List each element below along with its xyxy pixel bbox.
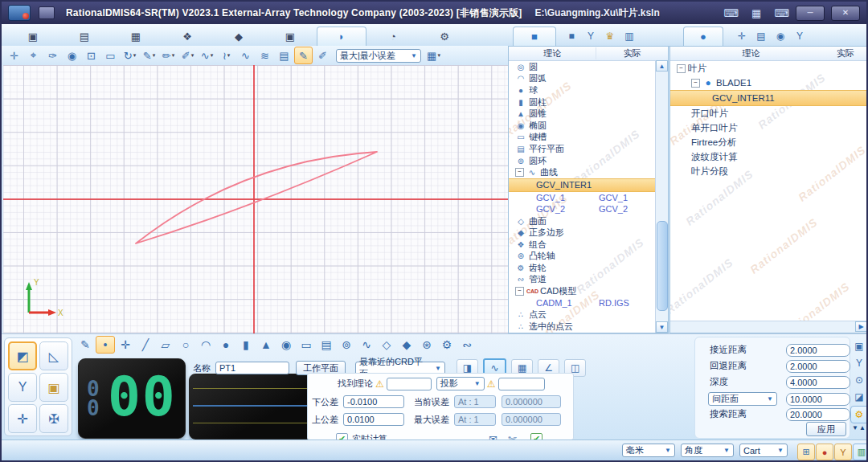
stats-icon[interactable]: ▥ xyxy=(853,444,868,460)
pipe-feature-icon[interactable]: ∾ xyxy=(457,336,477,354)
point-feature-icon[interactable]: • xyxy=(96,336,115,354)
depth-input[interactable] xyxy=(786,376,850,389)
tree-item-polygon[interactable]: ◆正多边形 xyxy=(509,227,668,239)
name-input[interactable] xyxy=(215,362,289,374)
found-theory-input[interactable] xyxy=(387,378,432,390)
tree-item-gcv-inter11[interactable]: GCV_INTER11 xyxy=(670,90,867,106)
machine-joystick-icon[interactable]: ⌨ xyxy=(774,7,789,19)
tree-item-combine[interactable]: ❖组合 xyxy=(509,239,668,251)
slot-feature-icon[interactable]: ▭ xyxy=(297,336,316,354)
cone-feature-icon[interactable]: ▲ xyxy=(256,336,276,354)
probe-button[interactable]: Y xyxy=(8,373,37,402)
tree-item-gcv-2[interactable]: GCV_2GCV_2 xyxy=(509,203,668,215)
compile-icon[interactable]: ▦▾ xyxy=(424,47,443,64)
search-tool-icon[interactable]: ⊙ xyxy=(851,372,868,388)
projection-select[interactable]: 投影▼ xyxy=(436,377,485,390)
tab-blade-panel-icon[interactable]: ● xyxy=(683,27,723,47)
vector-surface-icon[interactable]: ✐▾ xyxy=(178,47,197,64)
cylinder-feature-icon[interactable]: ▮ xyxy=(236,336,256,354)
camera-icon[interactable]: ◉ xyxy=(773,31,788,42)
error-mode-select[interactable]: 最大|最小误差▼ xyxy=(336,49,421,63)
tree-item-selected-point-cloud[interactable]: ∴选中的点云 xyxy=(509,321,668,333)
tree-item-cylinder[interactable]: ▮圆柱 xyxy=(509,96,668,108)
strip-scroll-arrows[interactable]: ▼▲ xyxy=(852,424,866,431)
tab-measure-icon[interactable]: ◗ xyxy=(317,27,366,47)
plane-feature-icon[interactable]: ▱ xyxy=(156,336,175,354)
teach-measure-icon[interactable]: ✎ xyxy=(76,336,95,354)
scan-patch-icon[interactable]: ≋ xyxy=(256,47,274,64)
teach-pen-icon[interactable]: ✎ xyxy=(294,47,313,64)
scan-curve-icon[interactable]: ∿ xyxy=(236,47,255,64)
curve-feature-icon[interactable]: ∿ xyxy=(357,336,376,354)
hand-pan-icon[interactable]: ✑ xyxy=(43,47,62,64)
tree-item-blade-root[interactable]: −叶片 xyxy=(670,61,867,76)
view-eye-icon[interactable]: ◉ xyxy=(63,47,81,64)
tree-item-blade-segment[interactable]: 叶片分段 xyxy=(670,164,867,178)
probe-config-icon[interactable]: Y xyxy=(792,31,807,42)
retract-distance-input[interactable] xyxy=(786,360,850,373)
tree-item-parallel-planes[interactable]: ▤平行平面 xyxy=(509,143,668,155)
vector-point-icon[interactable]: ✎▾ xyxy=(140,47,158,64)
tree-item-arc[interactable]: ◠圆弧 xyxy=(509,73,668,85)
search-distance-input[interactable] xyxy=(786,408,850,421)
scrollbar-thumb[interactable] xyxy=(657,221,668,311)
torus-feature-icon[interactable]: ⊚ xyxy=(337,336,356,354)
arc-feature-icon[interactable]: ◠ xyxy=(196,336,215,354)
zoom-window-icon[interactable]: ⌖ xyxy=(24,47,43,64)
machine-tools-button[interactable]: ✠ xyxy=(39,404,68,433)
tree-item-firtree-analysis[interactable]: Firtree分析 xyxy=(670,135,867,149)
tab-evaluate-icon[interactable]: ◔ xyxy=(368,27,418,47)
pen-alt-icon[interactable]: ✐ xyxy=(313,47,332,64)
unit-select[interactable]: 毫米▼ xyxy=(622,444,675,457)
surface-feature-icon[interactable]: ◇ xyxy=(377,336,396,354)
tree-item-blade1[interactable]: −●BLADE1 xyxy=(670,76,867,90)
tab-print-icon[interactable]: ▣ xyxy=(265,27,315,47)
lisa-box-button[interactable]: ▣ xyxy=(39,373,68,402)
close-button[interactable]: ✕ xyxy=(831,6,860,21)
measure-cube-button[interactable]: ◩ xyxy=(8,341,37,370)
tree-item-pipe[interactable]: ∾管道 xyxy=(509,274,668,286)
collapse-icon[interactable]: − xyxy=(677,64,686,73)
window-menu-icon[interactable] xyxy=(39,6,55,19)
scan-grid-icon[interactable]: ▤ xyxy=(275,47,293,64)
polygon-feature-icon[interactable]: ◆ xyxy=(397,336,416,354)
tab-features-panel-icon[interactable]: ■ xyxy=(513,27,556,47)
report-window-icon[interactable]: ▤ xyxy=(754,31,768,42)
probe-build-icon[interactable]: ◪ xyxy=(851,389,868,405)
tree-item-gcv-inter1[interactable]: GCV_INTER1 xyxy=(509,178,668,192)
tree-item-point-cloud[interactable]: ∴点云 xyxy=(509,309,668,321)
lower-tolerance-input[interactable] xyxy=(343,395,404,408)
monitor-icon[interactable]: ▥ xyxy=(622,31,637,42)
minimize-button[interactable]: ─ xyxy=(796,6,825,21)
coordinate-system-button[interactable]: ✛ xyxy=(8,404,37,433)
tab-settings-icon[interactable]: ⚙ xyxy=(420,27,469,47)
tab-machine-icon[interactable]: ▣ xyxy=(8,27,58,47)
coord-display-icon[interactable]: ⊞ xyxy=(797,444,815,460)
angle-select[interactable]: 角度▼ xyxy=(681,444,734,457)
circle-feature-icon[interactable]: ○ xyxy=(176,336,195,354)
tree-item-curve-group[interactable]: −∿曲线 xyxy=(509,166,668,178)
approach-distance-input[interactable] xyxy=(786,344,850,357)
tree-item-open-blade[interactable]: 开口叶片 xyxy=(670,106,867,121)
scan-open-icon[interactable]: ∿▾ xyxy=(198,47,216,64)
ellipse-feature-icon[interactable]: ◉ xyxy=(276,336,296,354)
collapse-icon[interactable]: − xyxy=(515,287,524,296)
tree-item-sphere[interactable]: ●球 xyxy=(509,84,668,96)
apply-button[interactable]: 应用 xyxy=(806,422,846,436)
tree-item-waviness-calc[interactable]: 波纹度计算 xyxy=(670,149,867,164)
settings-gear-icon[interactable]: ⚙ xyxy=(850,406,868,423)
crown-icon[interactable]: ♛ xyxy=(603,31,617,42)
probe-case-icon[interactable]: ▣ xyxy=(851,338,868,354)
probe-status-icon[interactable]: Y xyxy=(834,444,852,460)
tree-item-surface[interactable]: ◇曲面 xyxy=(509,215,668,227)
section-view-icon[interactable]: ▭ xyxy=(101,47,120,64)
spacing-input[interactable] xyxy=(786,393,850,406)
projection-input[interactable] xyxy=(498,378,545,390)
graphics-viewport[interactable]: Y X xyxy=(3,65,508,333)
scroll-right-icon[interactable]: ▶ xyxy=(855,321,867,332)
spacing-mode-select[interactable]: 间距面▼ xyxy=(708,392,777,406)
scroll-down-icon[interactable]: ▼ xyxy=(656,321,668,333)
tree-horizontal-scrollbar[interactable]: ▶ xyxy=(670,321,867,333)
tree-item-cad-model[interactable]: −CADCAD模型 xyxy=(509,285,668,297)
ball-probe-icon[interactable]: ● xyxy=(816,444,833,460)
